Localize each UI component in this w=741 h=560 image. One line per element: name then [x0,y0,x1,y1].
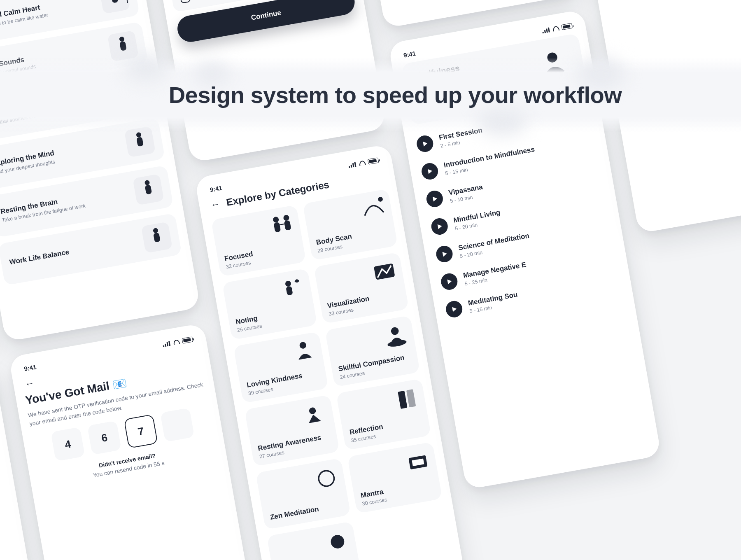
category-card[interactable]: Mantra30 courses [347,442,442,513]
otp-digit[interactable] [160,408,194,442]
category-illustration [401,446,435,479]
category-illustration [368,256,401,289]
category-illustration [298,399,332,432]
wifi-icon [359,160,366,166]
category-illustration [321,525,354,558]
category-title: Zen Meditation [270,501,343,522]
svg-rect-7 [286,286,293,296]
svg-point-6 [285,280,291,287]
category-illustration [265,209,298,242]
wifi-icon [173,339,180,345]
category-card[interactable]: Resting Awareness27 courses [245,395,340,467]
category-card[interactable]: Zen Meditation [256,458,351,530]
svg-point-15 [317,469,335,487]
otp-digit[interactable]: 7 [124,414,158,448]
category-card[interactable]: Loving Kindness39 courses [233,331,329,403]
item-title: Work Life Balance [9,236,138,267]
category-card[interactable]: Focused32 courses [211,205,306,277]
category-illustration [276,272,310,306]
item-thumbnail [133,174,164,205]
svg-rect-14 [406,389,416,407]
category-card[interactable]: Reflection35 courses [336,378,431,450]
signal-icon [348,161,357,168]
back-button[interactable]: ← [21,376,37,392]
category-illustration [287,335,321,369]
category-illustration [357,193,390,226]
signal-icon [542,27,551,33]
category-card[interactable]: Visualization33 courses [314,252,409,324]
signal-icon [162,341,171,347]
category-illustration [390,383,424,416]
battery-icon [368,157,379,164]
svg-rect-3 [284,220,291,231]
item-thumbnail [107,30,139,62]
status-time: 9:41 [403,50,417,59]
battery-icon [561,23,573,30]
item-thumbnail [116,78,147,110]
category-card[interactable]: Vipassana [267,521,362,560]
svg-point-5 [377,196,383,202]
category-illustration [379,319,412,352]
play-icon[interactable] [415,134,434,153]
back-button[interactable]: ← [207,196,224,212]
otp-digit[interactable]: 4 [51,427,85,461]
svg-point-9 [299,341,307,349]
battery-icon [182,336,193,343]
wifi-icon [552,26,560,32]
otp-screen: 9:41 ← You've Got Mail 📧 We have sent th… [9,323,253,560]
svg-point-0 [273,216,279,223]
play-icon[interactable] [445,300,464,319]
otp-digit[interactable]: 6 [87,421,121,455]
checkbox[interactable] [179,0,191,4]
item-thumbnail [141,222,172,253]
category-card[interactable]: Noting25 courses [222,268,317,340]
svg-point-11 [390,327,399,336]
category-card[interactable]: Skillful Compassion24 courses [325,315,420,387]
svg-rect-13 [398,391,407,409]
category-illustration [310,462,343,495]
svg-line-4 [280,224,284,225]
play-icon[interactable] [420,162,439,181]
play-icon[interactable] [430,217,449,236]
svg-rect-1 [273,222,281,232]
svg-point-22 [547,52,558,63]
svg-point-2 [283,215,289,221]
category-card[interactable]: Body Scan29 courses [303,189,398,260]
item-thumbnail [99,0,130,14]
item-thumbnail [124,126,156,157]
svg-point-18 [330,534,345,550]
play-icon[interactable] [440,272,459,291]
play-icon[interactable] [425,189,444,208]
search-screen: 9:41 ← 🔍 St ✕ Feel LessStress reduction … [0,0,200,342]
status-time: 9:41 [23,363,37,372]
svg-point-12 [309,407,317,415]
play-icon[interactable] [435,245,454,264]
status-time: 9:41 [209,184,223,193]
yogi-icon [527,38,580,91]
